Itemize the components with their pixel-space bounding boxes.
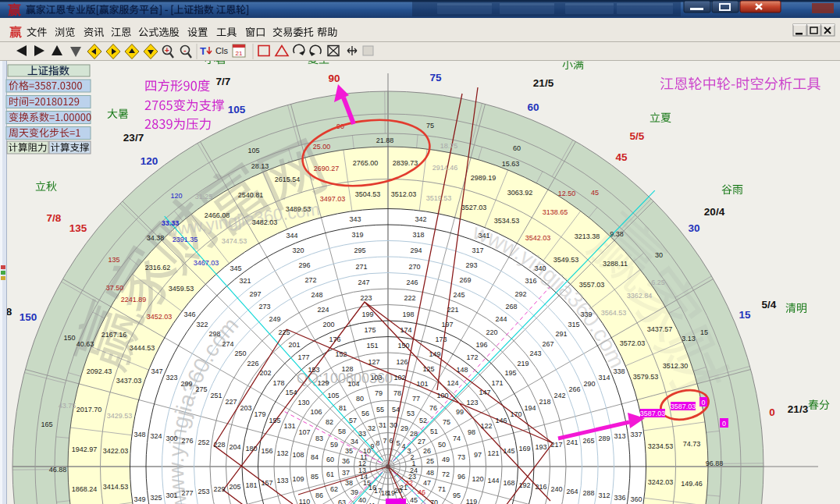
svg-text:150: 150 bbox=[397, 342, 409, 350]
svg-text:133: 133 bbox=[276, 477, 288, 484]
svg-text:124: 124 bbox=[447, 379, 458, 387]
svg-text:2914.46: 2914.46 bbox=[432, 164, 458, 172]
svg-text:2989.19: 2989.19 bbox=[471, 174, 497, 182]
svg-text:223: 223 bbox=[360, 294, 372, 302]
svg-text:148: 148 bbox=[456, 366, 468, 374]
svg-text:253: 253 bbox=[198, 488, 209, 495]
svg-text:7/8: 7/8 bbox=[47, 212, 62, 224]
svg-text:51: 51 bbox=[430, 428, 438, 435]
svg-text:3474.53: 3474.53 bbox=[222, 237, 247, 245]
svg-text:43.75: 43.75 bbox=[59, 402, 77, 410]
svg-text:110: 110 bbox=[299, 498, 310, 504]
svg-text:1868.24: 1868.24 bbox=[72, 485, 98, 493]
svg-text:95: 95 bbox=[453, 492, 461, 499]
svg-text:30: 30 bbox=[390, 421, 397, 429]
svg-text:45: 45 bbox=[410, 496, 418, 504]
svg-text:60: 60 bbox=[527, 101, 539, 113]
svg-text:9.38: 9.38 bbox=[610, 230, 624, 238]
svg-text:240: 240 bbox=[550, 485, 562, 493]
svg-text:3549.53: 3549.53 bbox=[553, 256, 579, 264]
svg-text:272: 272 bbox=[304, 276, 316, 284]
svg-text:203: 203 bbox=[240, 404, 251, 412]
svg-text:3429.53: 3429.53 bbox=[107, 412, 133, 420]
svg-text:25: 25 bbox=[426, 457, 434, 465]
svg-text:170: 170 bbox=[510, 410, 521, 418]
svg-text:102: 102 bbox=[393, 374, 405, 382]
svg-text:171: 171 bbox=[491, 379, 503, 387]
svg-text:132: 132 bbox=[276, 449, 288, 457]
svg-text:90: 90 bbox=[328, 73, 340, 84]
svg-text:105: 105 bbox=[247, 147, 259, 154]
svg-text:289: 289 bbox=[598, 435, 610, 442]
svg-text:3587.03: 3587.03 bbox=[671, 403, 696, 410]
svg-text:193: 193 bbox=[535, 443, 546, 451]
svg-text:3.13: 3.13 bbox=[682, 335, 696, 343]
svg-text:21: 21 bbox=[236, 50, 243, 57]
svg-text:267: 267 bbox=[542, 340, 553, 348]
svg-text:3542.03: 3542.03 bbox=[525, 234, 551, 242]
svg-text:2615.54: 2615.54 bbox=[275, 176, 301, 183]
svg-text:273: 273 bbox=[258, 303, 270, 311]
svg-text:178: 178 bbox=[272, 379, 284, 387]
svg-text:120: 120 bbox=[170, 192, 182, 200]
svg-text:31.25: 31.25 bbox=[195, 193, 213, 201]
svg-text:225: 225 bbox=[278, 328, 290, 336]
svg-text:194: 194 bbox=[524, 404, 536, 412]
svg-text:144: 144 bbox=[487, 477, 499, 484]
svg-text:126: 126 bbox=[396, 358, 408, 366]
svg-text:3512.03: 3512.03 bbox=[391, 190, 417, 198]
svg-text:339: 339 bbox=[580, 311, 592, 318]
svg-text:180: 180 bbox=[245, 445, 257, 453]
svg-text:274: 274 bbox=[222, 340, 233, 348]
svg-text:3527.03: 3527.03 bbox=[461, 204, 487, 211]
svg-text:79: 79 bbox=[375, 389, 383, 397]
svg-text:298: 298 bbox=[208, 330, 220, 338]
svg-text:244: 244 bbox=[495, 315, 507, 323]
svg-text:70: 70 bbox=[430, 499, 438, 504]
svg-text:153: 153 bbox=[308, 366, 319, 374]
svg-text:130: 130 bbox=[297, 399, 309, 406]
svg-text:226: 226 bbox=[247, 360, 258, 367]
svg-text:3437.03: 3437.03 bbox=[116, 377, 142, 385]
svg-text:74.73: 74.73 bbox=[683, 440, 701, 448]
svg-text:3504.53: 3504.53 bbox=[355, 190, 381, 198]
svg-text:96.88: 96.88 bbox=[706, 460, 724, 467]
svg-text:325: 325 bbox=[150, 494, 162, 502]
svg-text:346: 346 bbox=[183, 311, 195, 318]
svg-text:229: 229 bbox=[213, 485, 225, 493]
svg-text:105: 105 bbox=[327, 392, 339, 399]
svg-text:84: 84 bbox=[311, 453, 319, 461]
svg-text:197: 197 bbox=[441, 321, 453, 328]
svg-text:76: 76 bbox=[429, 404, 437, 412]
svg-text:2391.35: 2391.35 bbox=[173, 236, 198, 243]
svg-text:12.50: 12.50 bbox=[558, 190, 576, 197]
svg-text:300: 300 bbox=[166, 435, 177, 442]
svg-text:316: 316 bbox=[525, 277, 536, 285]
svg-text:123: 123 bbox=[466, 399, 478, 406]
svg-text:85: 85 bbox=[311, 473, 319, 481]
svg-text:106: 106 bbox=[310, 408, 322, 416]
svg-text:199: 199 bbox=[361, 311, 373, 318]
svg-text:74: 74 bbox=[453, 435, 461, 442]
svg-text:296: 296 bbox=[298, 261, 310, 269]
svg-text:Cls: Cls bbox=[215, 46, 228, 55]
svg-text:291: 291 bbox=[555, 330, 567, 338]
svg-text:360: 360 bbox=[630, 495, 642, 503]
svg-text:293: 293 bbox=[465, 261, 477, 269]
svg-text:175: 175 bbox=[364, 326, 376, 334]
svg-text:264: 264 bbox=[566, 488, 578, 495]
svg-text:252: 252 bbox=[198, 438, 209, 446]
svg-text:5/4: 5/4 bbox=[762, 299, 777, 311]
svg-text:37.50: 37.50 bbox=[106, 284, 124, 292]
svg-text:3534.53: 3534.53 bbox=[494, 217, 520, 225]
svg-text:35: 35 bbox=[345, 447, 353, 455]
svg-text:23/7: 23/7 bbox=[123, 132, 144, 144]
svg-text:120: 120 bbox=[472, 475, 483, 483]
svg-text:99: 99 bbox=[456, 408, 464, 416]
svg-text:27: 27 bbox=[418, 438, 425, 445]
svg-text:340: 340 bbox=[534, 264, 546, 272]
svg-text:37: 37 bbox=[342, 469, 350, 477]
svg-text:349: 349 bbox=[133, 495, 145, 503]
svg-text:249: 249 bbox=[269, 315, 280, 323]
svg-text:54: 54 bbox=[392, 406, 400, 413]
